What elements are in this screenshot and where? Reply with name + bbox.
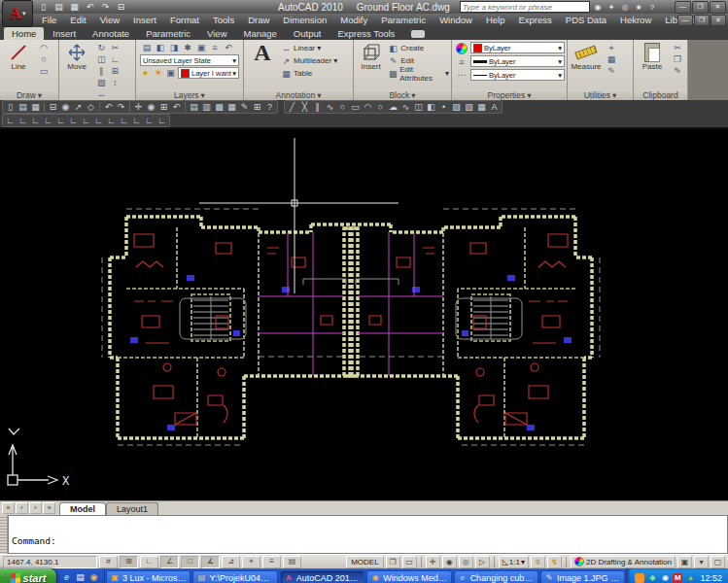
dyn-toggle[interactable]: ⌖: [242, 556, 260, 568]
match-properties-icon[interactable]: ✎: [671, 65, 684, 77]
ucs-icon[interactable]: ∟: [4, 115, 17, 126]
annotation-visibility-icon[interactable]: ↯: [531, 556, 545, 568]
pan-tool-icon[interactable]: ✛: [132, 101, 145, 113]
qnew-tool-icon[interactable]: ▯: [4, 101, 17, 113]
multiline-icon[interactable]: ∥: [311, 101, 324, 113]
object-color-dropdown[interactable]: ByLayer ▾: [470, 42, 565, 53]
bulb-icon[interactable]: ●: [140, 68, 151, 78]
redo-icon[interactable]: ↷: [99, 1, 112, 13]
menu-modify[interactable]: Modify: [333, 14, 374, 26]
circle-icon[interactable]: ○: [37, 53, 51, 65]
make-block-icon[interactable]: ◧: [425, 101, 437, 113]
edit-attributes-button[interactable]: ▩ Edit Attributes ▾: [388, 67, 449, 80]
infocenter-search-input[interactable]: [460, 1, 590, 13]
menu-help[interactable]: Help: [479, 14, 512, 26]
properties-palette-icon[interactable]: ▤: [188, 101, 200, 113]
ucs-origin-icon[interactable]: ∟: [80, 115, 92, 126]
ortho-toggle[interactable]: ∟: [140, 556, 158, 568]
utilities-panel-label[interactable]: Utilities▾: [568, 89, 633, 100]
block-panel-label[interactable]: Block▾: [354, 89, 451, 100]
ucs-world-icon[interactable]: ∟: [17, 115, 29, 126]
status-menu-icon[interactable]: ▾: [694, 556, 709, 568]
ucs-view-icon[interactable]: ∟: [67, 115, 80, 126]
clean-screen-icon[interactable]: ▢: [711, 556, 725, 568]
construction-line-icon[interactable]: ╳: [298, 101, 311, 113]
lineweight-dropdown[interactable]: ByLayer ▾: [470, 55, 565, 67]
save-icon[interactable]: ▦: [68, 1, 81, 13]
mcafee-icon[interactable]: M: [673, 573, 682, 583]
undo-icon[interactable]: ↶: [84, 1, 96, 13]
doc-restore-button[interactable]: ❐: [694, 15, 710, 26]
insert-block-tool-icon[interactable]: ◫: [412, 101, 425, 113]
toolbar-lock-icon[interactable]: ▣: [677, 556, 692, 568]
taskbar-button-media-player[interactable]: ◉ Windows Media Player: [366, 570, 451, 583]
taskbar-button-autocad[interactable]: A AutoCAD 2010 - [G...: [280, 570, 364, 583]
osnap-toggle[interactable]: □: [181, 556, 199, 568]
ducs-toggle[interactable]: ⊿: [222, 556, 240, 568]
ucs-face-icon[interactable]: ∟: [42, 115, 54, 126]
layer-freeze-icon[interactable]: ✱: [181, 42, 194, 53]
rotate-icon[interactable]: ↻: [94, 42, 108, 53]
command-window-grip[interactable]: [0, 515, 8, 554]
taskbar-button-outlook[interactable]: ▣ 3 Lux - Microsoft O...: [106, 570, 191, 583]
quick-calculator-icon[interactable]: ▦: [605, 53, 618, 65]
subscription-center-icon[interactable]: ✦: [606, 2, 617, 13]
communication-center-icon[interactable]: ◎: [619, 2, 631, 13]
rectangle-icon[interactable]: ▭: [37, 65, 51, 77]
menu-pds-data[interactable]: PDS Data: [559, 14, 613, 26]
restore-button[interactable]: ❐: [692, 1, 709, 14]
annotation-scale-button[interactable]: ◺ 1:1 ▾: [499, 556, 529, 568]
quickcalc-icon[interactable]: ⊞: [251, 101, 263, 113]
qnew-icon[interactable]: ▯: [37, 1, 50, 13]
layer-isolate-icon[interactable]: ◧: [154, 42, 167, 53]
polyline-icon[interactable]: ∿: [324, 101, 336, 113]
tray-app-icon[interactable]: [635, 573, 644, 583]
application-menu-button[interactable]: A ▾: [2, 0, 33, 27]
ucs-zaxis-icon[interactable]: ∟: [92, 115, 105, 126]
arc-tool-icon[interactable]: ◠: [362, 101, 374, 113]
quick-select-icon[interactable]: ⌖: [605, 42, 618, 53]
clipboard-panel-label[interactable]: Clipboard: [634, 89, 687, 100]
showmotion-icon[interactable]: ▷: [475, 556, 490, 568]
scale-icon[interactable]: ↕: [108, 77, 121, 88]
favorites-icon[interactable]: ★: [633, 2, 644, 13]
sheet-set-manager-icon[interactable]: ▦: [225, 101, 238, 113]
hatch-icon[interactable]: ▨: [450, 101, 463, 113]
save-tool-icon[interactable]: ▦: [29, 101, 42, 113]
ribbon-tab-manage[interactable]: Manage: [236, 27, 285, 40]
drawing-canvas[interactable]: X: [0, 127, 728, 500]
plot-icon[interactable]: ⊟: [115, 1, 127, 13]
markup-set-manager-icon[interactable]: ✎: [238, 101, 251, 113]
next-tab-icon[interactable]: ›: [29, 502, 42, 514]
menu-file[interactable]: File: [35, 14, 63, 26]
ribbon-tab-express-tools[interactable]: Express Tools: [329, 27, 402, 40]
internet-explorer-icon[interactable]: e: [61, 572, 72, 583]
open-tool-icon[interactable]: ▤: [17, 101, 29, 113]
create-block-button[interactable]: ◧ Create: [388, 42, 449, 54]
plot-tool-icon[interactable]: ⊟: [47, 101, 59, 113]
multileader-button[interactable]: ↗ Multileader ▾: [281, 54, 337, 67]
mtext-tool-icon[interactable]: A: [488, 101, 501, 113]
table-button[interactable]: ▦ Table: [281, 67, 337, 80]
taskbar-button-browser[interactable]: e Changing cubicle a...: [454, 570, 538, 583]
stretch-icon[interactable]: ↔: [94, 88, 108, 100]
coordinate-readout[interactable]: 1467.4, 4130.1: [3, 556, 97, 568]
ribbon-tab-view[interactable]: View: [199, 27, 234, 40]
snap-toggle[interactable]: #: [99, 556, 118, 568]
model-tab[interactable]: Model: [59, 502, 106, 515]
polygon-icon[interactable]: ○: [336, 101, 349, 113]
workspace-switcher[interactable]: 2D Drafting & Annotation: [571, 556, 676, 568]
measure-button[interactable]: Measure: [570, 42, 603, 89]
gradient-icon[interactable]: ▧: [463, 101, 475, 113]
volume-icon[interactable]: ◉: [660, 573, 670, 583]
lineweight-icon[interactable]: ≡: [457, 57, 468, 67]
search-icon[interactable]: ◉: [592, 2, 604, 13]
arc-icon[interactable]: ◠: [37, 42, 51, 53]
zoom-icon[interactable]: ◉: [442, 556, 457, 568]
menu-view[interactable]: View: [93, 14, 126, 26]
color-wheel-icon[interactable]: [456, 43, 468, 54]
linear-dimension-button[interactable]: ↔ Linear ▾: [281, 42, 337, 54]
linetype-dropdown[interactable]: ByLayer ▾: [470, 69, 565, 81]
ucs-y-icon[interactable]: ∟: [130, 115, 143, 126]
multiline-text-button[interactable]: A: [246, 42, 279, 89]
